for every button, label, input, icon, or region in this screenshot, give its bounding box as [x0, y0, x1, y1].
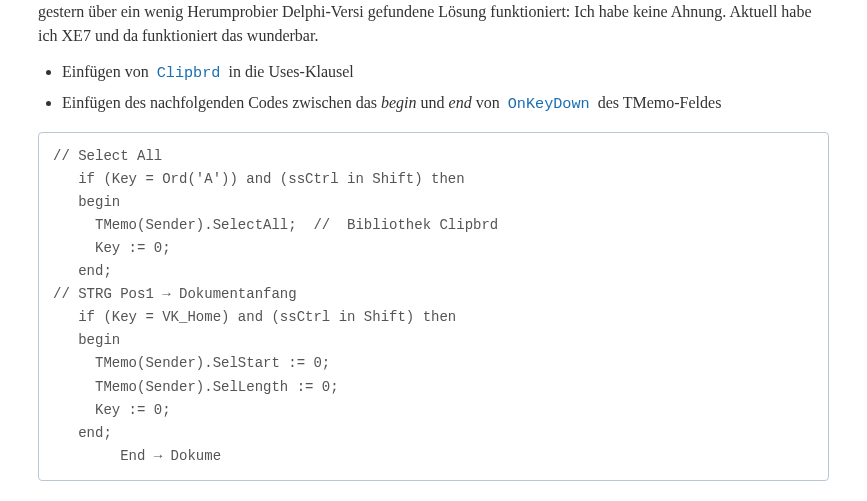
- intro-frag-3: Herumprobier: [187, 3, 278, 20]
- italic-begin: begin: [381, 94, 417, 111]
- intro-frag-1: gestern: [38, 3, 88, 20]
- li2-text-d: des TMemo-Feldes: [594, 94, 722, 111]
- li2-text-c: von: [472, 94, 504, 111]
- li2-text-b: und: [417, 94, 449, 111]
- intro-paragraph: gestern über ein wenig Herumprobier Delp…: [38, 0, 829, 48]
- article-body: gestern über ein wenig Herumprobier Delp…: [0, 0, 867, 501]
- inline-code-onkeydown: OnKeyDown: [504, 95, 594, 113]
- list-item: Einfügen von Clipbrd in die Uses-Klausel: [62, 60, 829, 85]
- italic-end: end: [449, 94, 472, 111]
- code-block: // Select All if (Key = Ord('A')) and (s…: [38, 132, 829, 481]
- steps-list: Einfügen von Clipbrd in die Uses-Klausel…: [38, 60, 829, 116]
- list-item: Einfügen des nachfolgenden Codes zwische…: [62, 91, 829, 116]
- li1-text-b: in die Uses-Klausel: [224, 63, 353, 80]
- li1-text-a: Einfügen von: [62, 63, 153, 80]
- li2-text-a: Einfügen des nachfolgenden Codes zwische…: [62, 94, 381, 111]
- intro-frag-2: über ein wenig: [88, 3, 187, 20]
- inline-code-clipbrd: Clipbrd: [153, 64, 225, 82]
- intro-frag-4: Delphi-Versi: [282, 3, 364, 20]
